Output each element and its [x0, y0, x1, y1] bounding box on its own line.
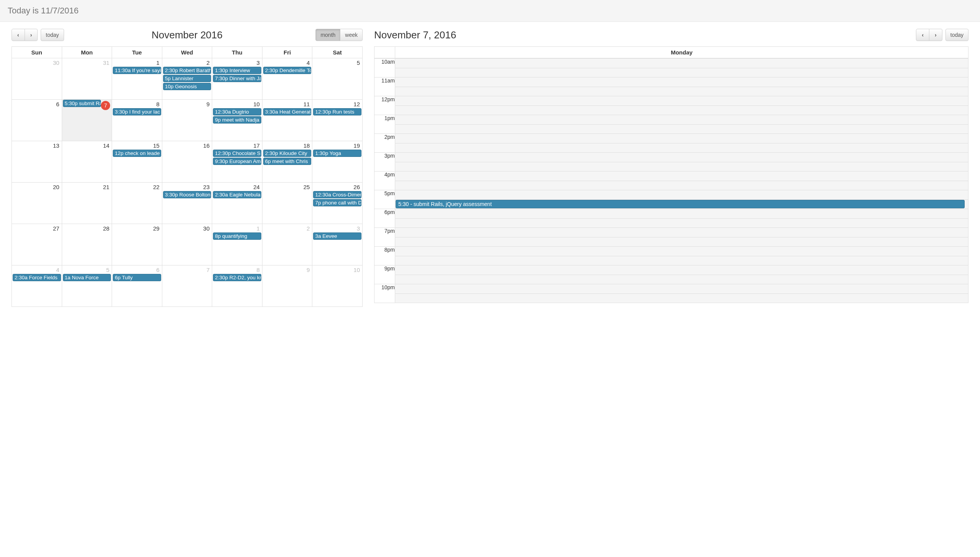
time-slot[interactable]: [395, 293, 968, 303]
calendar-event[interactable]: 11:30a If you're sayi: [113, 67, 161, 74]
calendar-event[interactable]: 3:30p Roose Bolton: [163, 191, 211, 198]
calendar-event[interactable]: 5p Lannister: [163, 75, 211, 82]
day-cell[interactable]: 82:30p R2-D2, you kn: [212, 265, 262, 307]
calendar-event[interactable]: 2:30p Robert Barath: [163, 67, 211, 74]
time-slot[interactable]: [395, 162, 968, 171]
calendar-event[interactable]: 7p phone call with D: [313, 199, 361, 206]
day-cell[interactable]: 20: [12, 183, 62, 224]
day-cell[interactable]: 22: [112, 183, 162, 224]
day-cell[interactable]: 13: [12, 141, 62, 183]
day-cell[interactable]: 42:30p Dendemille To: [262, 58, 312, 100]
day-cell[interactable]: 18p quantifying: [212, 224, 262, 265]
day-prev-button[interactable]: ‹: [916, 29, 929, 41]
time-slot[interactable]: [395, 284, 968, 294]
time-slot[interactable]: [395, 105, 968, 115]
day-cell[interactable]: 16: [162, 141, 212, 183]
time-slot[interactable]: [395, 275, 968, 284]
view-month-button[interactable]: month: [315, 29, 340, 41]
day-cell[interactable]: 242:30a Eagle Nebula: [212, 183, 262, 224]
time-slot[interactable]: [395, 143, 968, 153]
time-slot[interactable]: [395, 87, 968, 96]
day-cell[interactable]: 1712:30p Chocolate S9:30p European Am: [212, 141, 262, 183]
calendar-event[interactable]: 12p check on leade: [113, 150, 161, 157]
calendar-event[interactable]: 2:30p Dendemille To: [263, 67, 312, 74]
day-cell[interactable]: 31:30p Interview7:30p Dinner with Ja: [212, 58, 262, 100]
month-prev-button[interactable]: ‹: [12, 29, 25, 41]
day-cell[interactable]: 113:30a Heat Generati: [262, 100, 312, 141]
calendar-event[interactable]: 3a Eevee: [313, 232, 361, 240]
month-today-button[interactable]: today: [41, 29, 64, 41]
time-slot[interactable]: [395, 209, 968, 219]
calendar-event[interactable]: 10p Geonosis: [163, 83, 211, 90]
calendar-event[interactable]: 12:30a Dugtrio: [213, 108, 261, 115]
day-cell[interactable]: 9: [262, 265, 312, 307]
calendar-event[interactable]: 12:30p Chocolate S: [213, 150, 261, 157]
time-slot[interactable]: [395, 237, 968, 247]
day-cell[interactable]: 10: [312, 265, 363, 307]
time-slot[interactable]: [395, 153, 968, 162]
view-week-button[interactable]: week: [340, 29, 363, 41]
day-cell[interactable]: 51a Nova Force: [62, 265, 112, 307]
day-cell[interactable]: 1012:30a Dugtrio9p meet with Nadja: [212, 100, 262, 141]
day-cell[interactable]: 2: [262, 224, 312, 265]
time-slot[interactable]: [395, 59, 968, 68]
calendar-event[interactable]: 8p quantifying: [213, 232, 261, 240]
day-cell[interactable]: 27: [12, 224, 62, 265]
day-cell[interactable]: 33a Eevee: [312, 224, 363, 265]
day-cell[interactable]: 6: [12, 100, 62, 141]
calendar-event[interactable]: 2:30p R2-D2, you kn: [213, 274, 261, 281]
day-cell[interactable]: 111:30a If you're sayi: [112, 58, 162, 100]
calendar-event[interactable]: 5:30p submit Rails,: [63, 100, 101, 107]
day-cell[interactable]: 182:30p Kiloude City6p meet with Chris: [262, 141, 312, 183]
day-cell[interactable]: 75:30p submit Rails,: [62, 100, 112, 141]
calendar-event[interactable]: 1:30p Interview: [213, 67, 261, 74]
time-slot[interactable]: [395, 190, 968, 200]
day-cell[interactable]: 2612:30a Cross-Dimer7p phone call with D: [312, 183, 363, 224]
calendar-event[interactable]: 9:30p European Am: [213, 158, 261, 165]
calendar-event[interactable]: 2:30a Eagle Nebula: [213, 191, 261, 198]
day-cell[interactable]: 30: [12, 58, 62, 100]
day-cell[interactable]: 83:30p I find your lac: [112, 100, 162, 141]
time-slot[interactable]: [395, 124, 968, 134]
calendar-event[interactable]: 6p Tully: [113, 274, 161, 281]
time-slot[interactable]: [395, 115, 968, 125]
day-next-button[interactable]: ›: [929, 29, 942, 41]
day-cell[interactable]: 21: [62, 183, 112, 224]
day-today-button[interactable]: today: [945, 29, 968, 41]
day-cell[interactable]: 233:30p Roose Bolton: [162, 183, 212, 224]
calendar-event[interactable]: 2:30a Force Fields: [13, 274, 61, 281]
agenda-event[interactable]: 5:30 - submit Rails, jQuery assessment: [396, 200, 965, 209]
time-slot[interactable]: [395, 134, 968, 143]
day-cell[interactable]: 31: [62, 58, 112, 100]
day-cell[interactable]: 42:30a Force Fields: [12, 265, 62, 307]
time-slot[interactable]: [395, 265, 968, 275]
calendar-event[interactable]: 7:30p Dinner with Ja: [213, 75, 261, 82]
day-cell[interactable]: 9: [162, 100, 212, 141]
month-next-button[interactable]: ›: [25, 29, 38, 41]
day-cell[interactable]: 30: [162, 224, 212, 265]
time-slot[interactable]: [395, 228, 968, 237]
day-cell[interactable]: 14: [62, 141, 112, 183]
time-slot[interactable]: [395, 181, 968, 190]
time-slot[interactable]: [395, 77, 968, 87]
calendar-event[interactable]: 12:30p Run tests: [313, 108, 361, 115]
calendar-event[interactable]: 2:30p Kiloude City: [263, 150, 312, 157]
time-slot[interactable]: [395, 171, 968, 181]
calendar-event[interactable]: 12:30a Cross-Dimer: [313, 191, 361, 198]
day-cell[interactable]: 7: [162, 265, 212, 307]
time-slot[interactable]: [395, 68, 968, 77]
day-cell[interactable]: 1212:30p Run tests: [312, 100, 363, 141]
day-cell[interactable]: 66p Tully: [112, 265, 162, 307]
calendar-event[interactable]: 6p meet with Chris: [263, 158, 312, 165]
calendar-event[interactable]: 1:30p Yoga: [313, 150, 361, 157]
time-slot[interactable]: [395, 247, 968, 256]
day-cell[interactable]: 5: [312, 58, 363, 100]
day-cell[interactable]: 25: [262, 183, 312, 224]
day-cell[interactable]: 1512p check on leade: [112, 141, 162, 183]
time-slot[interactable]: [395, 256, 968, 265]
calendar-event[interactable]: 3:30p I find your lac: [113, 108, 161, 115]
day-cell[interactable]: 28: [62, 224, 112, 265]
day-cell[interactable]: 22:30p Robert Barath5p Lannister10p Geon…: [162, 58, 212, 100]
calendar-event[interactable]: 9p meet with Nadja: [213, 116, 261, 124]
time-slot[interactable]: [395, 96, 968, 106]
